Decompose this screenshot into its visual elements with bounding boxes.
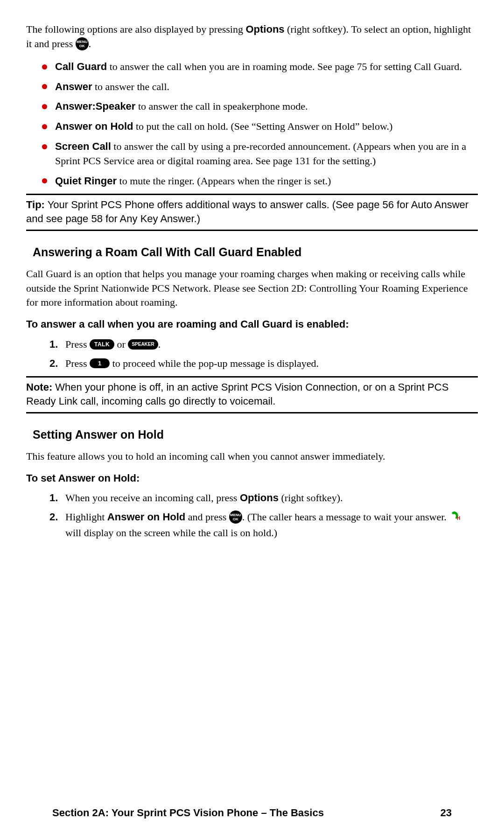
svg-text:H: H	[457, 516, 460, 521]
intro-text-3: .	[89, 38, 91, 49]
bullet-bold: Call Guard	[55, 61, 107, 72]
step-text: (right softkey).	[279, 492, 343, 504]
bullet-text: to answer the call when you are in roami…	[107, 61, 462, 72]
one-key-icon: 1	[90, 358, 110, 368]
roam-steps: Press TALK or SPEAKER. Press 1 to procee…	[26, 337, 478, 371]
step-text: Highlight	[65, 511, 107, 523]
phone-hold-icon: H	[449, 510, 461, 525]
page-footer: Section 2A: Your Sprint PCS Vision Phone…	[52, 806, 452, 820]
step-text: Press	[65, 357, 90, 369]
footer-page-number: 23	[441, 806, 452, 820]
roam-call-paragraph: Call Guard is an option that helps you m…	[26, 267, 478, 310]
bullet-text: to put the call on hold. (See “Setting A…	[133, 120, 392, 132]
step-item: Press 1 to proceed while the pop-up mess…	[49, 357, 478, 371]
intro-paragraph: The following options are also displayed…	[26, 22, 478, 51]
list-item: Quiet Ringer to mute the ringer. (Appear…	[42, 174, 478, 189]
answer-hold-paragraph: This feature allows you to hold an incom…	[26, 449, 478, 464]
list-item: Screen Call to answer the call by using …	[42, 140, 478, 168]
step-text: . (The caller hears a message to wait yo…	[242, 511, 449, 523]
options-label: Options	[245, 23, 284, 35]
bullet-bold: Answer	[55, 81, 92, 92]
bullet-text: to mute the ringer. (Appears when the ri…	[117, 175, 331, 187]
speaker-key-icon: SPEAKER	[128, 339, 158, 350]
tip-text: Your Sprint PCS Phone offers additional …	[26, 199, 469, 224]
roam-call-heading: Answering a Roam Call With Call Guard En…	[33, 244, 478, 260]
bullet-bold: Screen Call	[55, 140, 111, 152]
footer-section: Section 2A: Your Sprint PCS Vision Phone…	[52, 806, 324, 820]
step-item: When you receive an incoming call, press…	[49, 491, 478, 505]
step-text: Press	[65, 338, 90, 350]
step-text: or	[114, 338, 128, 350]
intro-text-1: The following options are also displayed…	[26, 23, 245, 35]
list-item: Answer to answer the call.	[42, 80, 478, 94]
bullet-text: to answer the call in speakerphone mode.	[135, 100, 308, 112]
menu-ok-icon: MENUOK	[76, 37, 89, 50]
step-text: When you receive an incoming call, press	[65, 492, 240, 504]
menu-ok-icon: MENUOK	[229, 511, 242, 524]
note-callout: Note: When your phone is off, in an acti…	[26, 376, 478, 413]
step-text: and press	[185, 511, 229, 523]
bullet-text: to answer the call by using a pre-record…	[55, 140, 466, 167]
step-text: to proceed while the pop-up message is d…	[110, 357, 319, 369]
answer-hold-heading: Setting Answer on Hold	[33, 427, 478, 443]
list-item: Answer on Hold to put the call on hold. …	[42, 119, 478, 134]
bullet-text: to answer the call.	[92, 81, 169, 92]
step-item: Press TALK or SPEAKER.	[49, 337, 478, 352]
list-item: Answer:Speaker to answer the call in spe…	[42, 99, 478, 114]
bullet-bold: Answer:Speaker	[55, 100, 135, 112]
tip-label: Tip:	[26, 199, 45, 210]
note-label: Note:	[26, 381, 52, 393]
step-text: will display on the screen while the cal…	[65, 527, 277, 539]
step-item: Highlight Answer on Hold and press MENUO…	[49, 510, 478, 540]
bullet-bold: Answer on Hold	[55, 120, 133, 132]
note-text: When your phone is off, in an active Spr…	[26, 381, 448, 407]
answer-hold-instruction-head: To set Answer on Hold:	[26, 471, 478, 486]
roam-instruction-head: To answer a call when you are roaming an…	[26, 317, 478, 332]
bullet-bold: Quiet Ringer	[55, 175, 117, 187]
options-label: Options	[240, 492, 279, 504]
answer-on-hold-label: Answer on Hold	[107, 511, 185, 523]
list-item: Call Guard to answer the call when you a…	[42, 60, 478, 74]
tip-callout: Tip: Your Sprint PCS Phone offers additi…	[26, 194, 478, 231]
talk-key-icon: TALK	[90, 339, 114, 350]
options-list: Call Guard to answer the call when you a…	[26, 60, 478, 189]
step-text: .	[158, 338, 161, 350]
answer-hold-steps: When you receive an incoming call, press…	[26, 491, 478, 540]
